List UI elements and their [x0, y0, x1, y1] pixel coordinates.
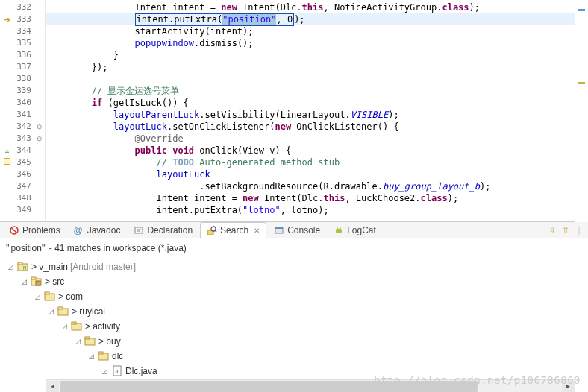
svg-text:J: J — [115, 368, 118, 375]
code-area[interactable]: Intent intent = new Intent(Dlc.this, Not… — [46, 0, 588, 221]
svg-rect-18 — [36, 281, 40, 285]
twistie-icon[interactable]: ◿ — [33, 293, 42, 300]
fold-toggle-icon[interactable]: ⊖ — [34, 121, 45, 133]
svg-rect-17 — [31, 277, 36, 279]
console-icon — [274, 225, 284, 235]
twistie-icon[interactable]: ◿ — [60, 323, 69, 330]
search-tree: ◿M> v_main [Android master] ◿> src ◿> co… — [0, 256, 588, 392]
svg-rect-20 — [45, 292, 49, 294]
twistie-icon[interactable]: ◿ — [46, 308, 55, 315]
tab-javadoc[interactable]: @Javadoc — [68, 223, 127, 238]
search-view: Problems @Javadoc Declaration Search✕ Co… — [0, 222, 588, 392]
svg-rect-14 — [18, 262, 22, 265]
svg-rect-9 — [275, 227, 283, 229]
arrow-marker-icon: ➔ — [0, 13, 13, 25]
editor-pane: 332 ➔333 334 335 336 337 338 339 340 341… — [0, 0, 588, 222]
tree-pkg-com[interactable]: ◿> com — [6, 289, 585, 304]
svg-rect-22 — [58, 307, 63, 309]
gutter: 332 ➔333 334 335 336 337 338 339 340 341… — [0, 0, 46, 221]
svg-point-12 — [340, 227, 341, 229]
folder-icon — [71, 320, 83, 332]
search-icon — [207, 225, 217, 235]
search-summary: '"position"' - 41 matches in workspace (… — [0, 238, 588, 256]
fold-toggle-icon[interactable]: ⊖ — [34, 133, 45, 145]
logcat-icon — [334, 225, 344, 235]
tree-file-dlc[interactable]: ◿JDlc.java — [6, 364, 585, 379]
svg-rect-2 — [135, 227, 143, 233]
svg-rect-26 — [85, 337, 90, 339]
javadoc-icon: @ — [74, 225, 84, 235]
tree-pkg-ruyicai[interactable]: ◿> ruyicai — [6, 304, 585, 319]
tree-project[interactable]: ◿M> v_main [Android master] — [6, 259, 585, 274]
overview-ruler[interactable] — [575, 0, 588, 222]
next-match-icon[interactable]: ⇩ — [546, 224, 558, 236]
toolbar-sep: | — [573, 224, 585, 236]
quickfix-marker-icon[interactable] — [0, 157, 13, 168]
problems-icon — [9, 225, 19, 235]
prev-match-icon[interactable]: ⇧ — [560, 224, 572, 236]
tab-problems[interactable]: Problems — [3, 223, 66, 238]
folder-icon — [31, 276, 43, 288]
scroll-left-icon[interactable]: ◄ — [46, 381, 59, 392]
java-file-icon: J — [111, 365, 123, 377]
twistie-icon[interactable]: ◿ — [100, 367, 109, 375]
svg-rect-10 — [336, 229, 342, 233]
horizontal-scrollbar[interactable]: ◄ ► — [46, 379, 575, 392]
twistie-icon[interactable]: ◿ — [73, 338, 82, 345]
current-match-line[interactable]: intent.putExtra("position", 0); — [46, 13, 588, 25]
folder-icon — [84, 335, 96, 347]
scroll-right-icon[interactable]: ► — [562, 381, 575, 392]
declaration-icon — [134, 225, 144, 235]
svg-point-11 — [337, 227, 338, 229]
close-icon[interactable]: ✕ — [254, 227, 260, 235]
folder-icon — [98, 350, 110, 362]
tree-pkg-buy[interactable]: ◿> buy — [6, 334, 585, 349]
tab-logcat[interactable]: LogCat — [328, 223, 382, 238]
tab-search[interactable]: Search✕ — [200, 222, 266, 238]
tree-src[interactable]: ◿> src — [6, 274, 585, 289]
folder-icon — [44, 291, 56, 303]
svg-rect-28 — [98, 352, 103, 354]
view-tab-bar: Problems @Javadoc Declaration Search✕ Co… — [0, 222, 588, 238]
override-marker-icon[interactable]: ▵ — [0, 145, 13, 157]
scrollbar-thumb[interactable] — [60, 381, 478, 392]
tree-pkg-dlc[interactable]: ◿dlc — [6, 349, 585, 364]
tree-pkg-activity[interactable]: ◿> activity — [6, 319, 585, 334]
twistie-icon[interactable]: ◿ — [19, 278, 28, 285]
tab-console[interactable]: Console — [268, 223, 326, 238]
svg-rect-24 — [72, 322, 76, 324]
svg-line-7 — [215, 230, 216, 232]
twistie-icon[interactable]: ◿ — [87, 353, 96, 360]
project-icon: M — [17, 261, 29, 273]
folder-icon — [57, 306, 69, 317]
svg-text:M: M — [23, 265, 26, 271]
twistie-icon[interactable]: ◿ — [6, 263, 15, 271]
tab-declaration[interactable]: Declaration — [128, 223, 198, 238]
